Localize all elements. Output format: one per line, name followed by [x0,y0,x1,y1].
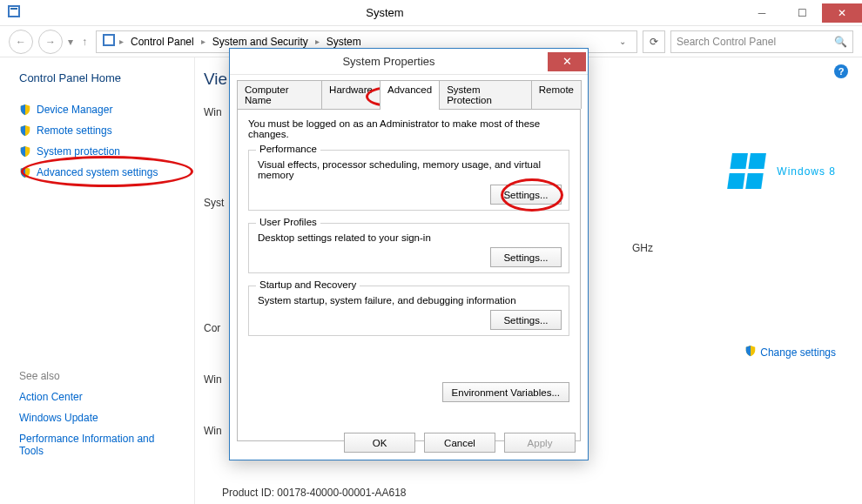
group-performance: Performance Visual effects, processor sc… [248,150,569,211]
search-placeholder: Search Control Panel [677,36,776,48]
refresh-button[interactable]: ⟳ [643,30,665,53]
address-dropdown-icon[interactable]: ⌄ [614,37,631,46]
change-settings-label: Change settings [760,346,836,359]
group-desc: Desktop settings related to your sign-in [258,232,560,243]
chevron-right-icon: ▸ [315,37,320,46]
dialog-titlebar: System Properties ✕ [230,49,588,75]
environment-variables-button[interactable]: Environment Variables... [442,382,569,402]
tab-remote[interactable]: Remote [531,80,582,109]
dialog-title: System Properties [230,55,548,68]
admin-note: You must be logged on as an Administrato… [248,118,569,139]
see-also-header: See also [19,370,182,382]
windows-logo-icon [727,153,769,190]
breadcrumb-node[interactable]: Control Panel [127,36,198,48]
window-title: System [28,6,742,19]
chevron-right-icon: ▸ [201,37,205,46]
control-panel-icon [7,4,21,21]
window-titlebar: System ─ ☐ ✕ [0,0,862,26]
breadcrumb-node[interactable]: System [323,36,365,48]
dialog-close-button[interactable]: ✕ [548,52,586,71]
back-button[interactable]: ← [9,30,33,54]
group-legend: Performance [256,144,320,154]
svg-rect-2 [10,8,17,10]
group-user-profiles: User Profiles Desktop settings related t… [248,223,569,273]
startup-recovery-settings-button[interactable]: Settings... [490,310,562,330]
sidebar-link-remote-settings[interactable]: Remote settings [19,124,182,137]
see-also-link[interactable]: Action Center [19,391,182,403]
sidebar-link-label: Advanced system settings [37,166,158,178]
see-also-link[interactable]: Performance Information and Tools [19,433,167,457]
sidebar-link-label: Remote settings [37,124,112,137]
group-startup-recovery: Startup and Recovery System startup, sys… [248,286,569,336]
shield-icon [19,166,31,178]
apply-button[interactable]: Apply [504,433,576,453]
control-panel-icon [102,33,116,50]
tab-advanced[interactable]: Advanced [380,80,440,109]
system-properties-dialog: System Properties ✕ Computer Name Hardwa… [229,48,589,460]
svg-rect-4 [104,36,113,44]
sidebar-link-system-protection[interactable]: System protection [19,145,182,158]
dialog-button-row: OK Cancel Apply [230,433,588,453]
shield-icon [19,104,31,116]
group-legend: Startup and Recovery [256,279,360,290]
shield-icon [19,124,31,137]
windows-brand: Windows 8 [730,153,836,190]
close-button[interactable]: ✕ [822,3,862,23]
ok-button[interactable]: OK [344,433,415,453]
sidebar-link-advanced-system-settings[interactable]: Advanced system settings [19,166,182,178]
windows-brand-text: Windows 8 [777,165,836,178]
control-panel-home-link[interactable]: Control Panel Home [19,71,182,84]
forward-button[interactable]: → [38,30,63,54]
group-desc: Visual effects, processor scheduling, me… [258,159,560,180]
search-input[interactable]: Search Control Panel 🔍 [670,30,853,53]
cancel-button[interactable]: Cancel [424,433,495,453]
user-profiles-settings-button[interactable]: Settings... [490,247,562,267]
product-id: Product ID: 00178-40000-00001-AA618 [222,487,406,499]
tab-computer-name[interactable]: Computer Name [237,80,322,109]
tab-system-protection[interactable]: System Protection [439,80,532,109]
history-dropdown-icon[interactable]: ▾ [68,36,73,48]
search-icon: 🔍 [834,36,847,48]
shield-icon [19,145,31,158]
group-legend: User Profiles [256,217,320,227]
minimize-button[interactable]: ─ [742,3,782,23]
sidebar-link-label: Device Manager [37,104,112,116]
maximize-button[interactable]: ☐ [782,3,822,23]
change-settings-link[interactable]: Change settings [744,345,836,360]
shield-icon [744,345,757,360]
tab-panel-advanced: You must be logged on as an Administrato… [237,109,581,441]
sidebar-link-label: System protection [37,145,120,158]
breadcrumb-node[interactable]: System and Security [209,36,312,48]
see-also-link[interactable]: Windows Update [19,412,182,424]
chevron-right-icon: ▸ [119,37,124,46]
dialog-tabs: Computer Name Hardware Advanced System P… [230,75,588,109]
sidebar: Control Panel Home Device Manager Remote… [0,57,195,504]
up-button[interactable]: ↑ [78,36,91,48]
group-desc: System startup, system failure, and debu… [258,295,560,306]
performance-settings-button[interactable]: Settings... [490,185,562,205]
cpu-ghz-partial: GHz [632,242,653,254]
tab-hardware[interactable]: Hardware [321,80,380,109]
sidebar-link-device-manager[interactable]: Device Manager [19,104,182,116]
